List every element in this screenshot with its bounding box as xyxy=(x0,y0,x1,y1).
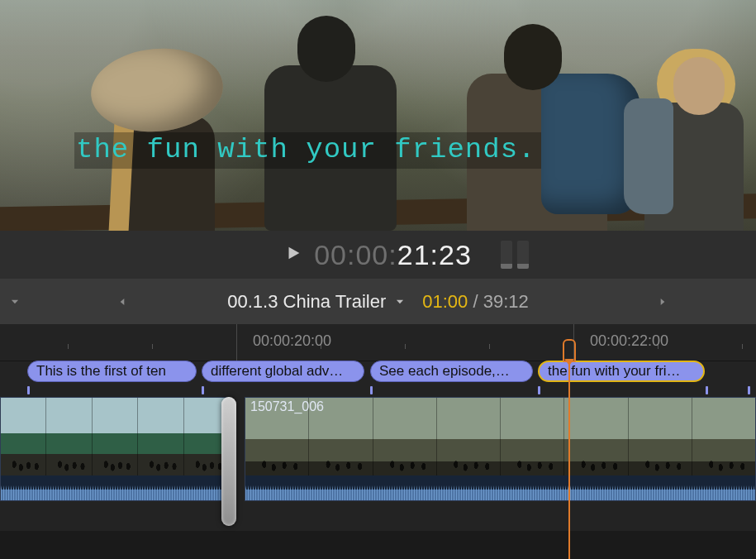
transport-bar: 00:00:21:23 xyxy=(0,231,756,279)
chevron-right-icon xyxy=(657,296,668,308)
markers-lane xyxy=(0,384,756,397)
ruler-tick-major xyxy=(573,324,574,361)
play-button[interactable] xyxy=(284,244,302,265)
video-clip[interactable] xyxy=(0,397,230,501)
video-clip[interactable]: 150731_006 xyxy=(245,397,756,501)
preview-viewer[interactable]: the fun with your friends. xyxy=(0,0,756,231)
ruler-tick-minor xyxy=(68,344,69,349)
caption-clip[interactable]: the fun with your fri… xyxy=(538,361,705,382)
time-ruler[interactable]: 00:00:20:0000:00:22:00 xyxy=(0,324,756,361)
audio-waveform xyxy=(245,475,755,500)
clip-label: 150731_006 xyxy=(250,399,324,414)
ruler-time-label: 00:00:20:00 xyxy=(253,332,331,350)
timeline-history-dropdown[interactable] xyxy=(8,296,21,308)
chevron-down-icon xyxy=(9,296,21,308)
clip-marker xyxy=(706,386,708,394)
chevron-left-icon xyxy=(116,296,128,308)
project-title-dropdown[interactable]: 00.1.3 China Trailer xyxy=(227,291,406,313)
figure-2 xyxy=(240,16,405,231)
audio-meter-right xyxy=(517,241,529,269)
edit-handle[interactable] xyxy=(221,397,236,526)
figure-4 xyxy=(628,49,756,231)
caption-overlay: the fun with your friends. xyxy=(74,132,541,169)
clip-marker xyxy=(538,386,540,394)
timeline-history-prev[interactable] xyxy=(116,296,129,308)
caption-clip[interactable]: This is the first of ten xyxy=(27,361,197,382)
audio-waveform xyxy=(1,475,229,500)
timeline-gutter xyxy=(0,531,756,559)
ruler-tick-minor xyxy=(152,344,153,349)
chevron-down-icon xyxy=(394,296,406,308)
clip-marker xyxy=(370,386,373,394)
project-current-time: 01:00 xyxy=(422,291,468,312)
audio-meters xyxy=(501,241,529,269)
audio-meter-left xyxy=(501,241,512,269)
caption-clip[interactable]: See each episode,… xyxy=(370,361,533,382)
clip-marker xyxy=(27,386,30,394)
ruler-tick-minor xyxy=(742,344,743,349)
timecode-active: 21:23 xyxy=(397,239,472,270)
primary-storyline[interactable]: 150731_006 xyxy=(0,397,756,521)
captions-lane: This is the first of tendifferent global… xyxy=(0,361,756,384)
caption-clip[interactable]: different global adv… xyxy=(202,361,364,382)
viewer-timecode[interactable]: 00:00:21:23 xyxy=(314,239,472,271)
ruler-time-label: 00:00:22:00 xyxy=(590,332,668,350)
ruler-tick-minor xyxy=(405,344,406,349)
ruler-tick-minor xyxy=(489,344,490,349)
timecode-prefix: 00:00: xyxy=(314,239,397,270)
project-duration-display[interactable]: 01:00 / 39:12 xyxy=(422,291,528,313)
timeline[interactable]: 00:00:20:0000:00:22:00 This is the first… xyxy=(0,324,756,559)
project-title: 00.1.3 China Trailer xyxy=(227,291,386,313)
play-icon xyxy=(284,244,302,262)
timeline-header-bar: 00.1.3 China Trailer 01:00 / 39:12 xyxy=(0,279,756,324)
project-total-time: 39:12 xyxy=(483,291,529,312)
clip-marker xyxy=(202,386,204,394)
timeline-history-next[interactable] xyxy=(656,296,669,308)
project-time-separator: / xyxy=(468,291,483,312)
ruler-tick-major xyxy=(236,324,237,361)
clip-marker xyxy=(748,386,750,394)
